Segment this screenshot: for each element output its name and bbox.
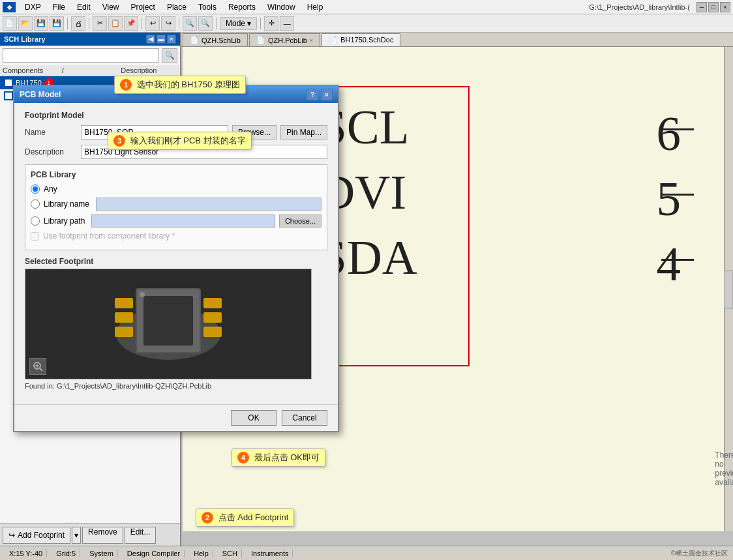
- found-in-path: G:\1_Projects\AD_library\Intlib-QZH\QZH.…: [57, 382, 211, 390]
- any-radio[interactable]: [31, 184, 40, 194]
- selected-footprint-section: Selected Footprint: [25, 257, 327, 390]
- svg-rect-10: [203, 312, 222, 323]
- use-footprint-row: Use footprint from component library *: [31, 231, 322, 241]
- choose-button[interactable]: Choose...: [279, 214, 322, 228]
- annotation-step4: 4 最后点击 OK即可: [232, 449, 325, 467]
- svg-rect-6: [115, 298, 133, 308]
- zoom-icon[interactable]: [29, 358, 46, 375]
- step1-text: 选中我们的 BH1750 原理图: [137, 80, 240, 89]
- step4-badge-icon: 4: [237, 452, 249, 464]
- lib-path-input[interactable]: [91, 214, 275, 228]
- svg-rect-8: [115, 327, 133, 337]
- dialog-title-controls: ? ×: [307, 89, 333, 100]
- dialog-footer: OK Cancel: [14, 404, 338, 431]
- svg-rect-7: [115, 312, 133, 323]
- any-label: Any: [44, 184, 57, 194]
- fp-preview-svg: [97, 275, 240, 373]
- use-footprint-label: Use footprint from component library *: [43, 231, 175, 241]
- lib-name-label: Library name: [44, 199, 89, 209]
- ok-button[interactable]: OK: [231, 410, 277, 426]
- found-in-label: Found in:: [25, 382, 55, 390]
- dialog-title: PCB Model: [20, 90, 61, 99]
- cancel-button[interactable]: Cancel: [282, 410, 327, 426]
- step1-badge-icon: 1: [120, 79, 132, 91]
- lib-path-label: Library path: [44, 216, 85, 226]
- svg-point-12: [140, 292, 145, 297]
- pinmap-button[interactable]: Pin Map...: [280, 125, 327, 140]
- name-label: Name: [25, 128, 77, 137]
- lib-name-radio[interactable]: [31, 199, 40, 209]
- step2-badge-icon: 2: [202, 512, 213, 523]
- svg-rect-11: [203, 327, 222, 337]
- pcb-library-header: PCB Library: [31, 170, 322, 179]
- dialog-help-btn[interactable]: ?: [307, 89, 318, 100]
- library-name-row: Library name: [31, 198, 322, 211]
- lib-name-input[interactable]: [96, 198, 322, 211]
- annotation-step3: 3 输入我们刚才 PCB 封装的名字: [108, 132, 252, 150]
- svg-line-14: [40, 368, 42, 371]
- pcb-library-section: PCB Library Any Library name Library pat…: [25, 164, 327, 250]
- annotation-step2: 2 点击 Add Footprint: [196, 508, 294, 527]
- found-in-row: Found in: G:\1_Projects\AD_library\Intli…: [25, 382, 327, 390]
- library-path-row: Library path Choose...: [31, 214, 322, 228]
- dialog-overlay: PCB Model ? × Footprint Model Name Brows…: [0, 0, 733, 560]
- selected-fp-label: Selected Footprint: [25, 257, 327, 266]
- svg-rect-9: [203, 298, 222, 308]
- fp-preview-box: [25, 269, 312, 379]
- step4-text: 最后点击 OK即可: [254, 452, 320, 462]
- description-label: Description: [25, 147, 77, 156]
- dialog-close-btn[interactable]: ×: [321, 89, 333, 100]
- any-radio-row: Any: [31, 184, 322, 194]
- lib-path-radio[interactable]: [31, 216, 40, 226]
- use-footprint-check: [31, 232, 39, 241]
- step3-text: 输入我们刚才 PCB 封装的名字: [130, 136, 246, 145]
- step3-badge-icon: 3: [113, 135, 125, 147]
- svg-rect-5: [143, 296, 193, 346]
- step2-text: 点击 Add Footprint: [218, 512, 289, 522]
- footprint-model-header: Footprint Model: [25, 111, 327, 120]
- annotation-step1: 1 选中我们的 BH1750 原理图: [114, 76, 246, 94]
